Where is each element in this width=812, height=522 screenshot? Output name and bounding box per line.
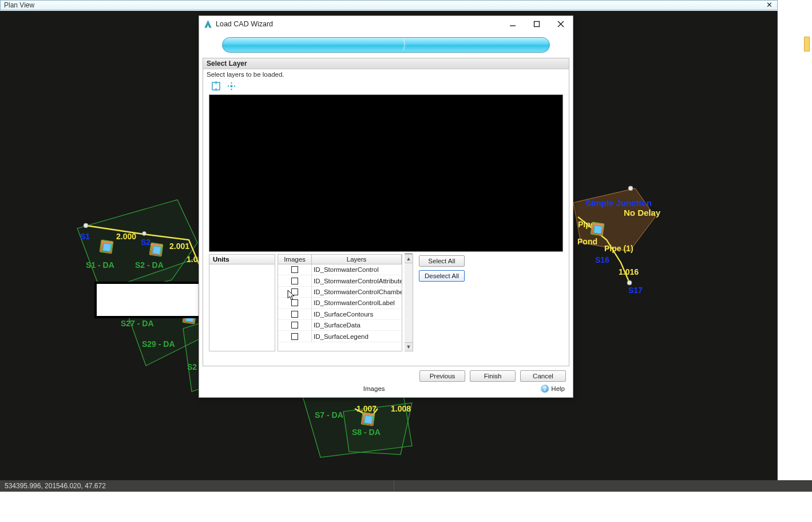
node-label-nodelay: No Delay [624, 208, 660, 217]
layer-row-checkbox-cell[interactable] [278, 287, 312, 298]
area-label-s29da: S29 - DA [142, 339, 175, 349]
layer-checkbox[interactable] [291, 322, 298, 329]
edge-label-2001: 2.001 [169, 242, 189, 251]
column-header-images[interactable]: Images [278, 255, 312, 264]
layer-checkbox[interactable] [291, 333, 298, 340]
node-label-s17: S17 [628, 286, 643, 295]
layer-checkbox[interactable] [291, 278, 298, 284]
scroll-down-button[interactable]: ▼ [405, 342, 413, 351]
layer-name-cell[interactable]: ID_SurfaceLegend [312, 331, 402, 342]
layer-row-checkbox-cell[interactable] [278, 331, 312, 342]
node-label-s1: S1 [80, 232, 90, 241]
dialog-status-text: Images [363, 385, 385, 392]
layer-row[interactable]: ID_SurfaceContours [278, 309, 402, 320]
dialog-title: Load CAD Wizard [216, 20, 273, 28]
layer-row[interactable]: ID_StormwaterControlAttributes [278, 275, 402, 286]
layer-row[interactable]: ID_StormwaterControl [278, 264, 402, 275]
statusbar-divider [394, 480, 394, 492]
maximize-button[interactable] [525, 16, 549, 32]
area-label-s8da: S8 - DA [352, 428, 381, 437]
layer-checkbox[interactable] [291, 299, 298, 306]
units-header: Units [209, 255, 275, 264]
window-bottom-whitespace [0, 492, 812, 522]
edge-label-1008: 1.008 [391, 404, 411, 413]
finish-button[interactable]: Finish [470, 370, 516, 382]
help-label: Help [551, 385, 565, 392]
svg-point-6 [142, 232, 146, 236]
layer-checkbox[interactable] [291, 266, 298, 273]
layer-row[interactable]: ID_SurfaceData [278, 320, 402, 331]
scroll-thumb[interactable] [405, 253, 413, 254]
layer-row-checkbox-cell[interactable] [278, 309, 312, 320]
zoom-extents-icon[interactable] [211, 81, 221, 91]
statusbar-coordinates: 534395.996, 201546.020, 47.672 [5, 482, 106, 490]
stormwater-node-icon [149, 243, 164, 257]
edge-label-2000: 2.000 [116, 232, 136, 241]
scroll-up-button[interactable]: ▲ [405, 255, 413, 263]
layer-name-cell[interactable]: ID_StormwaterControlLabel [312, 298, 402, 309]
edge-label-10: 1.0 [187, 255, 197, 264]
area-label-s1da: S1 - DA [86, 260, 114, 270]
layer-name-cell[interactable]: ID_StormwaterControl [312, 264, 402, 275]
layer-row-checkbox-cell[interactable] [278, 298, 312, 309]
planview-close-button[interactable]: ✕ [765, 1, 774, 9]
layer-preview-canvas[interactable] [209, 94, 563, 252]
chevron-right-icon: 〉 [402, 37, 410, 53]
stormwater-node-icon [591, 222, 605, 236]
layer-name-cell[interactable]: ID_StormwaterControlChambers [312, 287, 402, 298]
planview-title: Plan View [4, 1, 34, 9]
layer-row[interactable]: ID_SurfaceLegend [278, 331, 402, 342]
node-label-s2: S2 [141, 238, 150, 247]
layer-row[interactable]: ID_StormwaterControlChambers [278, 287, 402, 298]
layer-name-cell[interactable]: ID_SurfaceData [312, 320, 402, 331]
node-label-simple-junction: Simple Junction [585, 198, 652, 208]
layer-row-checkbox-cell[interactable] [278, 320, 312, 331]
panel-tab-handle[interactable] [804, 37, 810, 52]
wizard-progress-bar: 〉 [222, 37, 550, 53]
deselect-all-button[interactable]: Deselect All [419, 270, 465, 282]
column-header-layers[interactable]: Layers [312, 255, 402, 264]
svg-rect-11 [534, 22, 540, 27]
statusbar: 534395.996, 201546.020, 47.672 [0, 480, 812, 492]
layer-name-cell[interactable]: ID_SurfaceContours [312, 309, 402, 320]
app-icon [204, 20, 212, 29]
planview-titlebar: Plan View ✕ [0, 0, 778, 10]
stormwater-node-icon [100, 240, 114, 254]
area-label-s27da: S27 - DA [121, 319, 154, 328]
layer-name-cell[interactable]: ID_StormwaterControlAttributes [312, 275, 402, 286]
dialog-titlebar[interactable]: Load CAD Wizard [199, 16, 573, 32]
select-all-button[interactable]: Select All [419, 255, 465, 267]
minimize-button[interactable] [501, 16, 525, 32]
cancel-button[interactable]: Cancel [520, 370, 566, 382]
area-label-s2x: S2 [187, 362, 197, 371]
load-cad-wizard-dialog: Load CAD Wizard 〉 Select Layer [199, 15, 573, 398]
layer-grid: Images Layers ID_StormwaterControlID_Sto… [278, 254, 402, 351]
layer-row-checkbox-cell[interactable] [278, 264, 312, 275]
layer-row-checkbox-cell[interactable] [278, 275, 312, 286]
edge-label-1016: 1.016 [619, 267, 639, 276]
svg-point-17 [231, 85, 233, 88]
layer-row[interactable]: ID_StormwaterControlLabel [278, 298, 402, 309]
maximize-icon [533, 21, 540, 27]
node-label-pond: Pond [577, 237, 597, 246]
stormwater-node-icon [361, 412, 375, 426]
node-label-s16: S16 [595, 255, 609, 264]
close-icon [557, 21, 564, 27]
svg-point-5 [84, 223, 88, 228]
area-label-s2da: S2 - DA [135, 260, 164, 270]
grid-scrollbar[interactable]: ▲ ▼ [405, 254, 413, 351]
area-label-s7da: S7 - DA [315, 410, 343, 420]
right-panel-strip [778, 11, 812, 480]
pan-icon[interactable] [227, 81, 236, 91]
help-link[interactable]: ? Help [541, 385, 565, 393]
previous-button[interactable]: Previous [419, 370, 465, 382]
svg-point-8 [628, 186, 633, 191]
section-header: Select Layer [203, 58, 569, 69]
minimize-icon [509, 21, 516, 27]
close-button[interactable] [549, 16, 573, 32]
layer-checkbox[interactable] [291, 311, 298, 318]
section-subtext: Select layers to be loaded. [203, 69, 569, 78]
help-icon: ? [541, 385, 549, 393]
layer-checkbox[interactable] [291, 288, 298, 295]
svg-point-9 [627, 280, 632, 285]
